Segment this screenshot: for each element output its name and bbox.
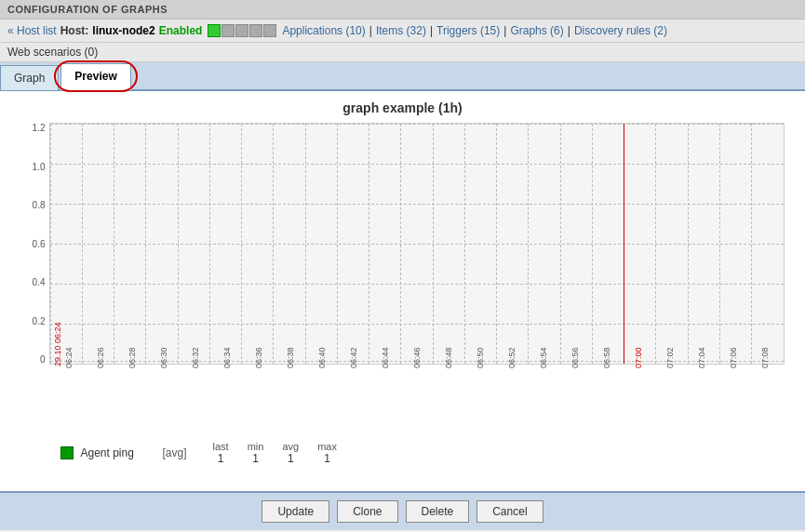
x-label-1: 06:26 [96,347,105,368]
host-icon-3 [235,24,248,37]
graph-title: graph example (1h) [21,100,785,115]
x-label-2: 06:28 [127,347,137,368]
grid-v-17 [592,124,593,364]
second-row: Web scenarios (0) [0,43,805,62]
grid-h-5 [50,324,784,325]
grid-v-8 [305,124,306,364]
x-label-18: 07:00 [634,347,643,368]
x-label-16: 06:56 [570,347,580,368]
x-label-12: 06:48 [444,347,453,368]
grid-v-21 [719,124,720,364]
x-label-14: 06:52 [507,347,517,368]
legend-color [60,446,74,459]
y-label-6: 0 [40,354,46,365]
grid-v-14 [496,124,497,364]
update-button[interactable]: Update [262,500,329,523]
grid-h-4 [50,284,784,285]
clone-button[interactable]: Clone [337,500,397,523]
graphs-link[interactable]: Graphs (6) [510,24,563,37]
grid-h-2 [50,204,784,205]
discovery-rules-link[interactable]: Discovery rules (2) [574,24,667,37]
x-label-9: 06:42 [349,347,358,368]
tab-graph[interactable]: Graph [0,65,59,90]
grid-v-1 [82,124,83,364]
stat-min: min 1 [248,441,264,465]
x-label-5: 06:34 [222,347,232,368]
grid-h-3 [50,244,784,245]
grid-v-4 [178,124,179,364]
x-label-8: 06:40 [317,347,327,368]
enabled-badge: Enabled [159,24,203,37]
stat-max: max 1 [317,441,337,465]
grid-v-15 [528,124,529,364]
grid-v-5 [209,124,210,364]
grid-v-red [624,124,624,364]
tabs-bar: Graph Preview [0,62,805,91]
x-label-10: 06:44 [381,347,390,368]
x-label-0: 06:24 [64,347,74,368]
x-label-19: 07:02 [665,347,675,368]
x-label-15: 06:54 [539,347,548,368]
grid-v-16 [560,124,561,364]
bottom-bar: Update Clone Delete Cancel [0,491,805,530]
host-icon-4 [249,24,262,37]
cancel-button[interactable]: Cancel [476,500,543,523]
y-label-5: 0.2 [33,316,46,326]
host-icon-5 [263,24,276,37]
triggers-link[interactable]: Triggers (15) [436,24,500,37]
grid-v-13 [464,124,465,364]
graph-plot [49,123,785,365]
y-label-1: 1.0 [33,162,46,172]
grid-v-0 [50,124,51,364]
legend-bracket: [avg] [163,446,187,459]
host-list-link[interactable]: « Host list [7,24,57,37]
x-label-7: 06:38 [286,347,295,368]
grid-v-3 [145,124,146,364]
legend-stats: last 1 min 1 avg 1 max 1 [213,441,337,465]
x-label-22: 07:08 [760,347,770,368]
host-status-icons [208,24,276,37]
grid-v-20 [688,124,689,364]
grid-v-23 [784,124,785,364]
grid-v-6 [241,124,242,364]
applications-link[interactable]: Applications (10) [282,24,365,37]
grid-v-7 [273,124,274,364]
graph-container: graph example (1h) 1.2 1.0 0.8 0.6 0.4 0… [21,100,785,476]
grid-v-11 [400,124,401,364]
host-name: linux-node2 [92,24,154,37]
x-label-21: 07:06 [729,347,738,368]
x-label-11: 06:46 [412,347,422,368]
y-axis: 1.2 1.0 0.8 0.6 0.4 0.2 0 [21,123,49,365]
stat-last: last 1 [213,441,229,465]
y-label-4: 0.4 [33,277,46,287]
host-icon-1 [208,24,221,37]
grid-v-2 [114,124,114,364]
x-label-20: 07:04 [697,347,706,368]
grid-h-0 [50,124,784,125]
web-scenarios-link[interactable]: Web scenarios (0) [7,46,98,59]
tab-preview[interactable]: Preview [60,63,130,90]
x-label-3: 06:30 [159,347,168,368]
items-link[interactable]: Items (32) [376,24,426,37]
breadcrumb-bar: « Host list Host: linux-node2 Enabled Ap… [0,20,805,43]
date-label: 29.10 06:24 [53,322,62,366]
x-label-17: 06:58 [602,347,611,368]
y-label-0: 1.2 [33,123,46,133]
y-label-2: 0.8 [33,200,46,210]
graph-area: 1.2 1.0 0.8 0.6 0.4 0.2 0 [21,123,785,365]
grid-v-10 [369,124,369,364]
x-axis-container: 29.10 06:24 06:24 06:26 06:28 06:30 06:3… [53,365,785,430]
delete-button[interactable]: Delete [406,500,470,523]
legend-area: Agent ping [avg] last 1 min 1 avg 1 max … [53,430,785,476]
y-label-3: 0.6 [33,239,46,249]
x-label-4: 06:32 [191,347,200,368]
grid-v-22 [751,124,752,364]
x-label-13: 06:50 [476,347,485,368]
main-content: graph example (1h) 1.2 1.0 0.8 0.6 0.4 0… [0,91,805,491]
host-icon-2 [221,24,235,37]
grid-h-1 [50,164,784,165]
stat-avg: avg 1 [282,441,299,465]
top-bar: CONFIGURATION OF GRAPHS [0,0,805,20]
x-label-6: 06:36 [254,347,263,368]
grid-v-12 [433,124,434,364]
